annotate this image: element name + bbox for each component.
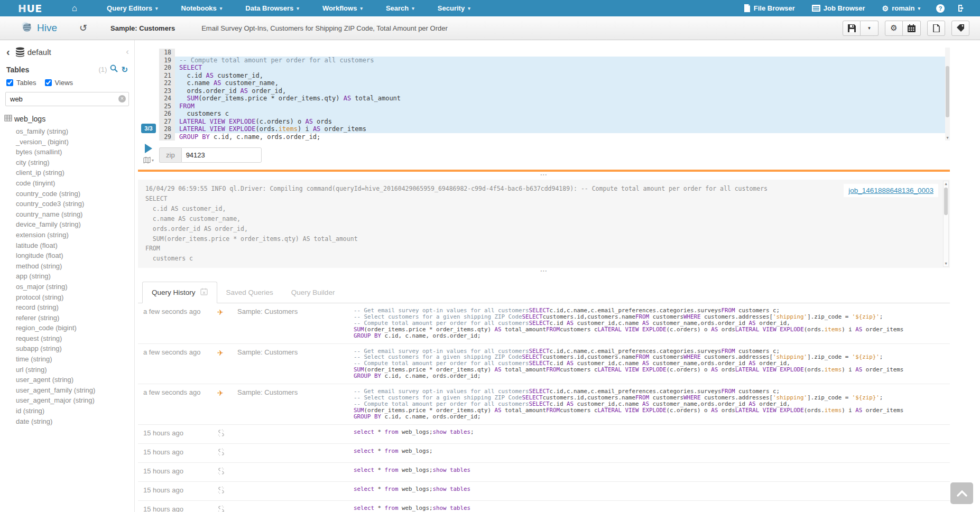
history-row[interactable]: 15 hours agoselect * from web_logs;show … (138, 425, 950, 444)
column-item[interactable]: user_agent_major (string) (16, 395, 134, 406)
editor-scrollbar[interactable]: ▼ (945, 48, 950, 141)
scrollbar-thumb[interactable] (946, 66, 949, 117)
column-item[interactable]: bytes (smallint) (16, 147, 134, 157)
execute-button[interactable] (145, 144, 152, 153)
logout-icon[interactable] (952, 4, 970, 12)
tab-query-builder[interactable]: Query Builder (282, 282, 344, 303)
help-icon[interactable]: ? (936, 4, 945, 13)
history-query[interactable]: -- Get email survey opt-in values for al… (354, 308, 950, 339)
scroll-down-icon[interactable]: ▼ (945, 136, 950, 140)
column-item[interactable]: os_family (string) (16, 126, 134, 137)
editor-line[interactable]: 19-- Compute total amount per order for … (159, 57, 950, 64)
history-query[interactable]: select * from web_logs; (354, 448, 950, 454)
collapse-sidebar-icon[interactable]: ‹ (126, 46, 129, 57)
column-item[interactable]: url (string) (16, 365, 134, 375)
editor-line[interactable]: 21 c.id AS customer_id, (159, 72, 950, 80)
column-item[interactable]: longitude (float) (16, 250, 134, 261)
table-search-input[interactable] (5, 92, 129, 106)
column-item[interactable]: country_code (string) (16, 189, 134, 199)
column-item[interactable]: latitude (float) (16, 240, 134, 251)
tab-saved-queries[interactable]: Saved Queries (217, 282, 282, 303)
column-item[interactable]: country_code3 (string) (16, 199, 134, 209)
history-row[interactable]: 15 hours agoselect * from web_logs;show … (138, 482, 950, 501)
editor-line[interactable]: 18 (159, 49, 950, 57)
scroll-to-top-button[interactable] (950, 482, 973, 504)
home-icon[interactable]: ⌂ (72, 4, 77, 13)
column-item[interactable]: id (string) (16, 406, 134, 416)
column-item[interactable]: device_family (string) (16, 219, 134, 230)
calendar-clear-icon[interactable] (200, 288, 208, 297)
editor-line[interactable]: 23 ords.order_id AS order_id, (159, 87, 950, 95)
table-item[interactable]: web_logs (0, 108, 134, 124)
column-item[interactable]: app (string) (16, 271, 134, 282)
menu-workflows[interactable]: Workflows▾ (311, 0, 374, 16)
tags-button[interactable] (951, 21, 969, 36)
settings-button[interactable]: ⚙ (885, 21, 903, 36)
menu-notebooks[interactable]: Notebooks▾ (170, 0, 234, 16)
job-link[interactable]: job_1461888648136_0003 (844, 184, 938, 197)
column-item[interactable]: record (string) (16, 302, 134, 313)
sql-code-editor[interactable]: ▼ 1819-- Compute total amount per order … (159, 48, 950, 141)
column-item[interactable]: protocol (string) (16, 292, 134, 303)
save-options-button[interactable]: ▾ (861, 21, 879, 36)
scroll-up-icon[interactable]: ▲ (944, 182, 948, 186)
tab-query-history[interactable]: Query History (142, 282, 217, 303)
menu-data-browsers[interactable]: Data Browsers▾ (234, 0, 311, 16)
column-item[interactable]: user_agent_family (string) (16, 385, 134, 396)
history-query[interactable]: -- Get email survey opt-in values for al… (354, 388, 950, 420)
history-query[interactable]: select * from web_logs;show tables; (354, 429, 950, 435)
zip-parameter-input[interactable] (181, 147, 262, 163)
navigator-toggle[interactable]: ▾ (143, 157, 154, 163)
column-item[interactable]: os_major (string) (16, 282, 134, 292)
column-item[interactable]: _version_ (bigint) (16, 137, 134, 147)
column-item[interactable]: city (string) (16, 157, 134, 168)
menu-query-editors[interactable]: Query Editors▾ (95, 0, 170, 16)
column-item[interactable]: code (tinyint) (16, 178, 134, 189)
column-item[interactable]: subapp (string) (16, 343, 134, 354)
history-query[interactable]: select * from web_logs;show tables (354, 467, 950, 473)
column-item[interactable]: country_name (string) (16, 209, 134, 220)
column-item[interactable]: referer (string) (16, 313, 134, 323)
editor-line[interactable]: 22 c.name AS customer_name, (159, 79, 950, 87)
menu-security[interactable]: Security▾ (426, 0, 482, 16)
log-resize-handle[interactable]: ⋯ (138, 172, 950, 179)
scrollbar-thumb[interactable] (944, 188, 948, 215)
column-item[interactable]: method (string) (16, 261, 134, 272)
query-history-icon[interactable]: ↺ (79, 23, 87, 33)
log-scrollbar[interactable]: ▲ ▼ (943, 181, 949, 267)
column-item[interactable]: region_code (bigint) (16, 323, 134, 333)
hive-app[interactable]: Hive (20, 21, 57, 35)
save-button[interactable] (843, 21, 861, 36)
column-item[interactable]: extension (string) (16, 230, 134, 240)
history-query[interactable]: -- Get email survey opt-in values for al… (354, 348, 950, 380)
schedule-button[interactable] (903, 21, 921, 36)
history-query[interactable]: select * from web_logs;show tables (354, 486, 950, 492)
editor-line[interactable]: 29GROUP BY c.id, c.name, ords.order_id; (159, 133, 950, 141)
editor-line[interactable]: 26 customers c (159, 110, 950, 118)
column-item[interactable]: client_ip (string) (16, 167, 134, 178)
results-resize-handle[interactable]: ⋯ (138, 268, 950, 275)
editor-line[interactable]: 24 SUM(order_items.price * order_items.q… (159, 95, 950, 103)
column-item[interactable]: user_agent (string) (16, 375, 134, 385)
scroll-down-icon[interactable]: ▼ (944, 262, 948, 266)
editor-line[interactable]: 27LATERAL VIEW EXPLODE(c.orders) o AS or… (159, 118, 950, 126)
file-browser-link[interactable]: File Browser (735, 0, 803, 16)
history-row[interactable]: 15 hours agoselect * from web_logs;show … (138, 463, 950, 482)
refresh-icon[interactable]: ↻ (121, 66, 128, 73)
editor-line[interactable]: 28LATERAL VIEW EXPLODE(ords.items) i AS … (159, 125, 950, 133)
search-icon[interactable] (110, 64, 118, 75)
column-item[interactable]: date (string) (16, 416, 134, 427)
clear-search-icon[interactable]: × (118, 95, 126, 103)
column-item[interactable]: time (string) (16, 354, 134, 365)
tables-checkbox[interactable] (6, 79, 13, 86)
user-menu[interactable]: ⚙ romain ▾ (874, 0, 929, 16)
history-row[interactable]: 15 hours agoselect * from web_logs;show … (138, 501, 950, 512)
editor-line[interactable]: 25FROM (159, 103, 950, 110)
views-checkbox[interactable] (45, 79, 52, 86)
job-browser-link[interactable]: Job Browser (803, 0, 874, 16)
history-row[interactable]: 15 hours agoselect * from web_logs; (138, 444, 950, 463)
history-row[interactable]: a few seconds ago✈Sample: Customers-- Ge… (138, 384, 950, 425)
history-query[interactable]: select * from web_logs;show tables (354, 505, 950, 511)
database-name[interactable]: default (27, 48, 51, 57)
back-icon[interactable]: ‹ (6, 46, 10, 57)
